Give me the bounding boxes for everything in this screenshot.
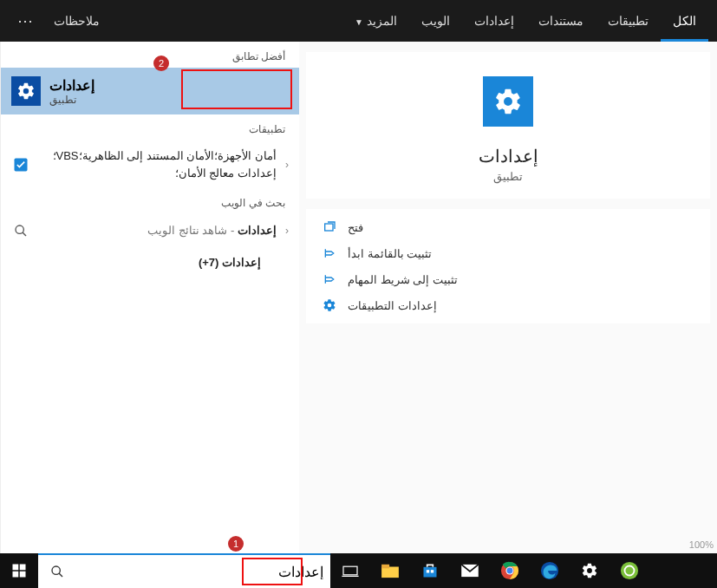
action-app-settings[interactable]: إعدادات التطبيقات: [306, 292, 710, 318]
chevron-left-icon: ‹: [285, 159, 289, 171]
section-apps: تطبيقات: [1, 114, 299, 140]
action-pin-taskbar-label: تثبيت إلى شريط المهام: [348, 273, 458, 286]
taskbar: 1: [0, 553, 717, 588]
svg-rect-14: [381, 567, 399, 578]
search-icon: [50, 565, 64, 578]
svg-line-2: [23, 232, 26, 236]
pin-icon: [322, 272, 337, 286]
best-match-title: إعدادات: [49, 77, 95, 94]
section-web-search: بحث في الويب: [1, 188, 299, 214]
svg-rect-3: [325, 224, 333, 231]
app-round-icon[interactable]: [609, 553, 649, 588]
gear-icon: [11, 76, 41, 106]
svg-rect-16: [424, 567, 437, 578]
svg-rect-6: [13, 565, 19, 571]
search-icon: [11, 221, 30, 240]
svg-rect-9: [20, 572, 26, 578]
chrome-icon[interactable]: [490, 553, 530, 588]
search-tabs: الكل تطبيقات مستندات إعدادات الويب المزي…: [0, 0, 717, 42]
detail-title: إعدادات: [316, 146, 700, 167]
open-icon: [322, 220, 337, 234]
tab-notes[interactable]: ملاحظات: [42, 0, 112, 42]
chevron-left-icon: ‹: [285, 225, 289, 237]
section-best-match: أفضل تطابق: [1, 42, 299, 68]
svg-point-1: [16, 225, 23, 233]
svg-rect-15: [381, 565, 389, 569]
overflow-menu-icon[interactable]: ⋯: [9, 11, 42, 30]
svg-rect-7: [20, 565, 26, 571]
svg-point-24: [621, 562, 638, 579]
tab-web[interactable]: الويب: [409, 0, 462, 42]
tab-more[interactable]: المزيد▼: [342, 0, 409, 42]
search-input[interactable]: [69, 564, 323, 579]
best-match-row[interactable]: إعدادات تطبيق: [1, 68, 299, 114]
svg-rect-18: [431, 570, 433, 572]
start-button[interactable]: [0, 553, 38, 588]
action-open-label: فتح: [348, 221, 363, 234]
results-pane: أفضل تطابق إعدادات تطبيق 2 تطبيقات أمان …: [0, 42, 299, 553]
gear-icon: [322, 298, 337, 312]
svg-line-11: [59, 573, 62, 577]
action-pin-taskbar[interactable]: تثبيت إلى شريط المهام: [306, 266, 710, 292]
annotation-badge-1: 1: [228, 536, 244, 552]
action-pin-start[interactable]: تثبيت بالقائمة ابدأ: [306, 240, 710, 266]
web-result-text: إعدادات - شاهد نتائج الويب: [39, 222, 277, 239]
action-open[interactable]: فتح: [306, 214, 710, 240]
file-explorer-icon[interactable]: [370, 553, 410, 588]
tab-settings[interactable]: إعدادات: [462, 0, 526, 42]
app-result-text: أمان الأجهزة؛الأمان المستند إلى الظاهرية…: [39, 147, 277, 181]
svg-point-10: [52, 566, 60, 574]
svg-point-22: [507, 568, 513, 574]
svg-rect-12: [343, 566, 357, 575]
detail-subtitle: تطبيق: [316, 170, 700, 183]
task-view-icon[interactable]: [330, 553, 370, 588]
shield-icon: [11, 155, 30, 174]
settings-taskbar-icon[interactable]: [570, 553, 609, 588]
detail-card: إعدادات تطبيق: [306, 52, 710, 199]
more-results-row[interactable]: إعدادات (7+): [1, 247, 299, 278]
taskbar-search[interactable]: 1: [38, 553, 330, 588]
app-result-row[interactable]: أمان الأجهزة؛الأمان المستند إلى الظاهرية…: [1, 140, 299, 188]
web-result-row[interactable]: إعدادات - شاهد نتائج الويب ‹: [1, 214, 299, 247]
tab-all[interactable]: الكل: [661, 0, 708, 42]
svg-rect-8: [13, 572, 19, 578]
best-match-subtitle: تطبيق: [49, 94, 76, 106]
detail-actions: فتح تثبيت بالقائمة ابدأ تثبيت إلى شريط ا…: [306, 209, 710, 323]
detail-pane: إعدادات تطبيق فتح تثبيت بالقائمة ابدأ: [299, 42, 717, 553]
tab-apps[interactable]: تطبيقات: [596, 0, 661, 42]
edge-icon[interactable]: [530, 553, 570, 588]
svg-rect-17: [427, 570, 429, 572]
store-icon[interactable]: [410, 553, 450, 588]
action-pin-start-label: تثبيت بالقائمة ابدأ: [348, 247, 432, 260]
action-app-settings-label: إعدادات التطبيقات: [348, 299, 437, 312]
tab-documents[interactable]: مستندات: [526, 0, 596, 42]
pin-icon: [322, 246, 337, 260]
mail-icon[interactable]: [450, 553, 490, 588]
more-results-text: إعدادات (7+): [11, 254, 261, 271]
gear-icon: [483, 76, 533, 127]
annotation-badge-2: 2: [153, 56, 169, 71]
zoom-level: 100%: [689, 539, 714, 550]
